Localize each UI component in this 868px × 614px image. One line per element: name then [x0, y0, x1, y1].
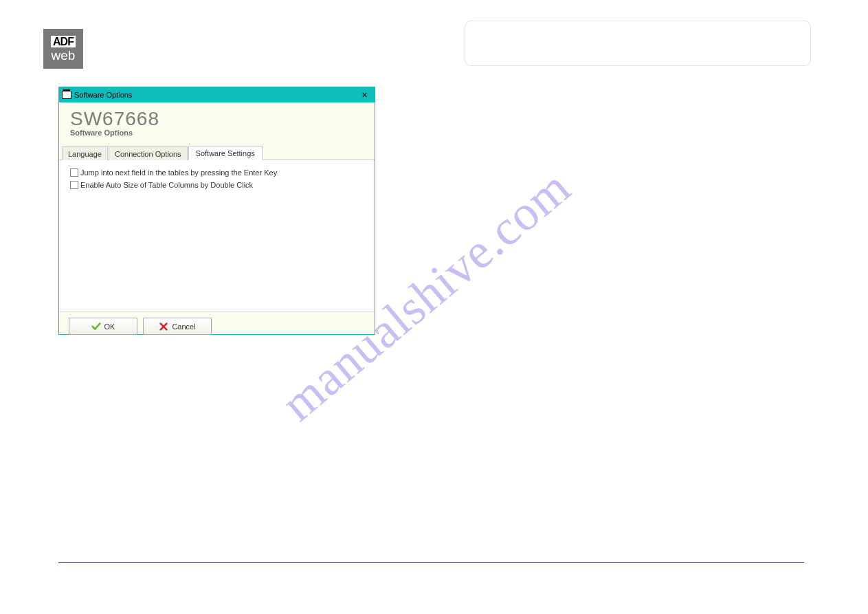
ok-label: OK [104, 322, 115, 331]
checkbox-jump-label: Jump into next field in the tables by pr… [80, 168, 277, 177]
dialog-icon [62, 91, 71, 99]
sw-subtitle: Software Options [70, 129, 364, 137]
tab-connection-options[interactable]: Connection Options [109, 146, 188, 160]
checkbox-jump-enter[interactable]: Jump into next field in the tables by pr… [70, 168, 364, 177]
checkbox-auto-size[interactable]: Enable Auto Size of Table Columns by Dou… [70, 181, 364, 189]
software-options-dialog: Software Options ✕ SW67668 Software Opti… [58, 87, 375, 335]
checkbox-auto-size-label: Enable Auto Size of Table Columns by Dou… [80, 181, 253, 189]
checkbox-box-icon[interactable] [70, 181, 78, 189]
logo-bottom: web [52, 49, 76, 62]
tab-content: Jump into next field in the tables by pr… [60, 160, 373, 311]
top-empty-box [465, 21, 811, 66]
adfweb-logo: ADF web [43, 29, 83, 69]
tab-strip: Language Connection Options Software Set… [59, 145, 375, 160]
dialog-header: SW67668 Software Options [59, 102, 375, 140]
button-bar: OK Cancel [59, 311, 375, 340]
x-icon [159, 322, 168, 331]
tab-software-settings[interactable]: Software Settings [188, 146, 263, 160]
close-icon[interactable]: ✕ [354, 87, 375, 102]
dialog-titlebar[interactable]: Software Options ✕ [59, 87, 375, 102]
footer-divider [58, 562, 804, 563]
ok-button[interactable]: OK [69, 318, 137, 335]
dialog-title: Software Options [74, 91, 132, 99]
check-icon [91, 322, 101, 331]
tab-language[interactable]: Language [62, 146, 108, 160]
cancel-label: Cancel [172, 322, 195, 331]
sw-title: SW67668 [70, 108, 364, 130]
cancel-button[interactable]: Cancel [143, 318, 212, 335]
logo-top: ADF [51, 36, 76, 47]
checkbox-box-icon[interactable] [70, 168, 78, 177]
